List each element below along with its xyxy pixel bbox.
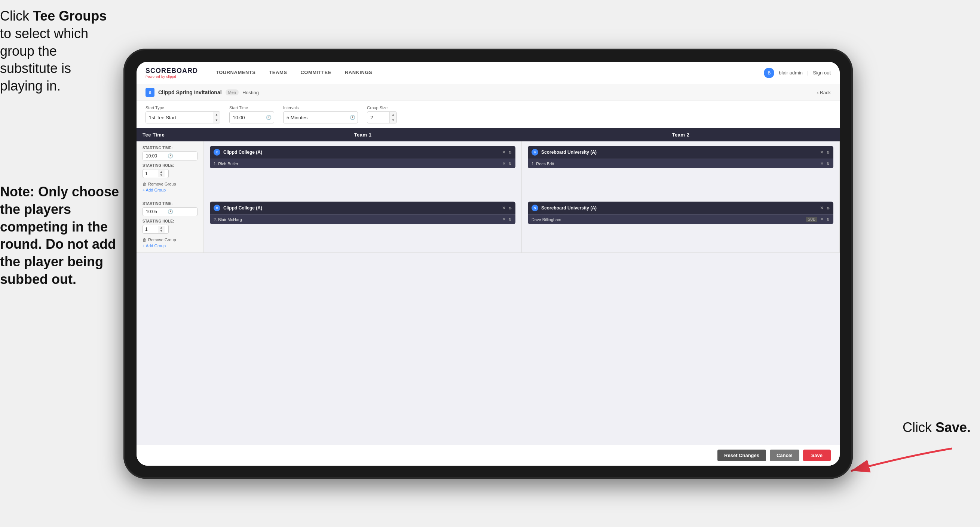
clock-icon-2: 🕐 [165, 209, 175, 214]
team2-arrows-1[interactable]: ⇅ [827, 150, 830, 154]
player-actions-1-2: ✕ ⇅ [502, 217, 512, 222]
click-save-label: Click Save. [902, 420, 970, 435]
start-type-label: Start Type [145, 105, 220, 110]
save-button[interactable]: Save [803, 450, 831, 461]
group-size-stepper[interactable]: ▲ ▼ [390, 112, 396, 123]
nav-tournaments[interactable]: TOURNAMENTS [209, 62, 262, 84]
player-row-2-1: 1. Rees Britt ✕ ⇅ [528, 159, 834, 168]
hole-up-2[interactable]: ▲ [158, 226, 165, 229]
intervals-field: Intervals 🕐 [283, 105, 358, 123]
hole-down-1[interactable]: ▼ [158, 174, 165, 177]
intervals-input[interactable]: 🕐 [283, 111, 358, 123]
player-arrows-2-2[interactable]: ⇅ [827, 218, 830, 221]
hole-input-val-2[interactable] [143, 225, 158, 233]
team1-card-header-2: C Clippd College (A) ✕ ⇅ [210, 202, 515, 214]
hole-down-2[interactable]: ▼ [158, 229, 165, 232]
player-actions-2-1: ✕ ⇅ [820, 161, 830, 166]
start-type-stepper[interactable]: ▲ ▼ [213, 112, 220, 123]
team1-x-1[interactable]: ✕ [502, 150, 506, 155]
time-input-1[interactable]: 🕐 [143, 151, 197, 161]
remove-group-btn-2[interactable]: 🗑 Remove Group [143, 237, 197, 242]
time-input-2[interactable]: 🕐 [143, 207, 197, 216]
reset-button[interactable]: Reset Changes [718, 450, 766, 461]
group-size-down[interactable]: ▼ [390, 118, 396, 123]
start-type-value[interactable] [146, 115, 213, 121]
team2-card-1[interactable]: S Scoreboard University (A) ✕ ⇅ 1. Rees … [528, 146, 834, 168]
start-time-input[interactable]: 🕐 [229, 111, 274, 123]
time-input-val-1[interactable] [143, 152, 165, 160]
breadcrumb-title: Clippd Spring Invitational [158, 89, 222, 96]
team1-arrows-2[interactable]: ⇅ [509, 206, 512, 210]
team2-x-1[interactable]: ✕ [820, 150, 824, 155]
tee-table-header: Tee Time Team 1 Team 2 [137, 128, 840, 142]
team2-card-actions-2: ✕ ⇅ [820, 205, 830, 210]
player-x-1-2[interactable]: ✕ [502, 217, 506, 222]
nav-committee[interactable]: COMMITTEE [294, 62, 338, 84]
player-x-2-1[interactable]: ✕ [820, 161, 824, 166]
start-type-down[interactable]: ▼ [213, 118, 220, 123]
team1-card-name-1: Clippd College (A) [223, 150, 499, 155]
player-arrows-2-1[interactable]: ⇅ [827, 162, 830, 166]
hole-input-val-1[interactable] [143, 169, 158, 178]
tablet-screen: SCOREBOARD Powered by clippd TOURNAMENTS… [137, 62, 840, 466]
team2-card-icon-1: S [531, 149, 538, 156]
team2-x-2[interactable]: ✕ [820, 205, 824, 210]
sign-out-link[interactable]: Sign out [813, 70, 831, 76]
team1-card-actions-2: ✕ ⇅ [502, 205, 512, 210]
start-type-input[interactable]: ▲ ▼ [145, 111, 220, 123]
player-arrows-1-1[interactable]: ⇅ [509, 162, 512, 166]
remove-icon-1: 🗑 [143, 182, 146, 186]
logo-text: SCOREBOARD [145, 67, 198, 75]
team1-arrows-1[interactable]: ⇅ [509, 150, 512, 154]
user-avatar: B [764, 68, 774, 78]
player-row-2-2: Dave Billingham SUB ✕ ⇅ [528, 214, 834, 224]
start-type-up[interactable]: ▲ [213, 112, 220, 118]
player-x-2-2[interactable]: ✕ [820, 217, 824, 222]
team2-cell-2: S Scoreboard University (A) ✕ ⇅ Dave Bil… [522, 197, 840, 253]
hole-stepper-2[interactable]: ▲ ▼ [158, 226, 165, 232]
group-size-up[interactable]: ▲ [390, 112, 396, 118]
start-time-value[interactable] [230, 115, 264, 121]
team2-card-header-2: S Scoreboard University (A) ✕ ⇅ [528, 202, 834, 214]
team1-card-2[interactable]: C Clippd College (A) ✕ ⇅ 2. Blair McHarg… [210, 202, 515, 224]
intervals-value[interactable] [283, 115, 347, 121]
intervals-clock-icon: 🕐 [347, 115, 358, 120]
note-text: Note: Only choose the players competing … [0, 184, 119, 287]
logo-area: SCOREBOARD Powered by clippd [145, 67, 198, 78]
team1-card-1[interactable]: C Clippd College (A) ✕ ⇅ 1. Rich Butler … [210, 146, 515, 168]
team2-card-icon-2: S [531, 205, 538, 211]
remove-icon-2: 🗑 [143, 237, 146, 242]
group-size-input[interactable]: ▲ ▼ [367, 111, 397, 123]
hole-input-1[interactable]: ▲ ▼ [143, 169, 169, 178]
time-input-val-2[interactable] [143, 208, 165, 216]
team2-card-2[interactable]: S Scoreboard University (A) ✕ ⇅ Dave Bil… [528, 202, 834, 224]
cancel-button[interactable]: Cancel [770, 450, 799, 461]
team2-arrows-2[interactable]: ⇅ [827, 206, 830, 210]
team1-cell-1: C Clippd College (A) ✕ ⇅ 1. Rich Butler … [204, 142, 522, 197]
player-name-1-1: 1. Rich Butler [213, 162, 500, 166]
hole-input-2[interactable]: ▲ ▼ [143, 225, 169, 234]
nav-rankings[interactable]: RANKINGS [338, 62, 379, 84]
player-arrows-1-2[interactable]: ⇅ [509, 218, 512, 221]
hole-up-1[interactable]: ▲ [158, 170, 165, 174]
team1-card-icon-1: C [213, 149, 220, 156]
nav-divider: | [807, 70, 808, 76]
remove-group-btn-1[interactable]: 🗑 Remove Group [143, 182, 197, 186]
team1-cell-2: C Clippd College (A) ✕ ⇅ 2. Blair McHarg… [204, 197, 522, 253]
hole-stepper-1[interactable]: ▲ ▼ [158, 170, 165, 177]
back-link[interactable]: ‹ Back [817, 90, 831, 96]
team1-header: Team 1 [204, 128, 522, 142]
team2-card-name-2: Scoreboard University (A) [541, 205, 817, 210]
team1-x-2[interactable]: ✕ [502, 205, 506, 210]
breadcrumb-left: B Clippd Spring Invitational Men Hosting [145, 88, 259, 97]
nav-teams[interactable]: TEAMS [262, 62, 294, 84]
team2-header: Team 2 [522, 128, 840, 142]
add-group-btn-2[interactable]: + Add Group [143, 244, 197, 248]
add-group-btn-1[interactable]: + Add Group [143, 188, 197, 192]
player-name-2-1: 1. Rees Britt [531, 162, 817, 166]
clock-icon-1: 🕐 [165, 153, 175, 159]
group-size-value[interactable] [368, 115, 390, 121]
starting-time-label-2: STARTING TIME: [143, 202, 197, 206]
team1-card-actions-1: ✕ ⇅ [502, 150, 512, 155]
player-x-1-1[interactable]: ✕ [502, 161, 506, 166]
